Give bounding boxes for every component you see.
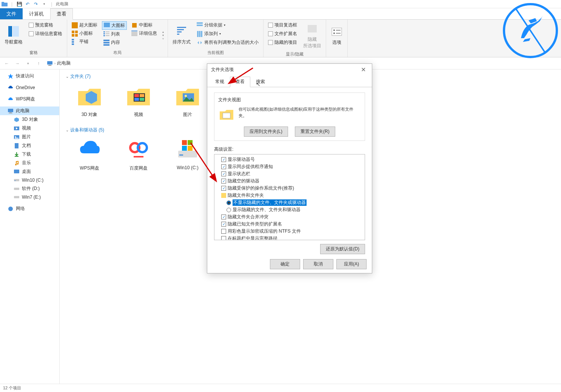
tree-item[interactable]: 用彩色显示加密或压缩的 NTFS 文件 (216, 228, 363, 235)
folder-3d-objects[interactable]: 3D 对象 (72, 83, 106, 118)
options-button[interactable]: 选项 (329, 21, 344, 50)
sidebar-videos[interactable]: 视频 (0, 124, 59, 133)
add-columns-button[interactable]: 添加列 ▾ (195, 30, 260, 38)
sidebar-desktop[interactable]: 桌面 (0, 167, 59, 176)
breadcrumb-location[interactable]: 此电脑 (57, 60, 71, 66)
up-button[interactable]: ↑ (34, 59, 43, 68)
details-pane-button[interactable]: 详细信息窗格 (27, 30, 64, 38)
save-icon[interactable]: 💾 (16, 1, 22, 7)
sort-button[interactable]: 排序方式 (171, 21, 192, 49)
svg-rect-19 (103, 40, 109, 41)
svg-rect-42 (336, 33, 341, 34)
tree-item[interactable]: 在标题栏中显示完整路径 (216, 235, 363, 240)
pane-group-label: 窗格 (3, 50, 64, 56)
folder-pictures[interactable]: 图片 (171, 83, 205, 118)
svg-rect-15 (103, 35, 105, 36)
sidebar-onedrive[interactable]: OneDrive (0, 83, 59, 92)
redo-icon[interactable]: ↷ (33, 1, 39, 7)
svg-rect-54 (14, 179, 19, 181)
svg-rect-6 (75, 31, 78, 33)
tree-radio-show-hidden[interactable]: 显示隐藏的文件、文件夹和驱动器 (216, 206, 363, 213)
fit-columns-button[interactable]: 将所有列调整为合适的大小 (195, 39, 260, 46)
sidebar-quick-access[interactable]: 快速访问 (0, 72, 59, 80)
drive-c[interactable]: Win10 (C:) (171, 136, 205, 171)
tree-item[interactable]: ✓隐藏空的驱动器 (216, 177, 363, 185)
sidebar-downloads[interactable]: 下载 (0, 150, 59, 159)
tree-item[interactable]: ✓显示同步提供程序通知 (216, 163, 363, 170)
view-md-button[interactable]: 中图标 (130, 21, 159, 29)
history-dropdown[interactable]: ▾ (23, 59, 32, 68)
tree-folder-hidden[interactable]: 隐藏文件和文件夹 (216, 192, 363, 199)
sidebar-drive-c[interactable]: Win10 (C:) (0, 176, 59, 184)
status-bar: 12 个项目 (0, 384, 561, 392)
close-icon[interactable]: ✕ (359, 66, 368, 73)
sidebar-documents[interactable]: 文档 (0, 141, 59, 150)
tree-item[interactable]: ✓显示状态栏 (216, 170, 363, 177)
sidebar-this-pc[interactable]: 此电脑 (0, 106, 59, 115)
tab-view[interactable]: 查看 (50, 8, 73, 20)
ok-button[interactable]: 确定 (270, 259, 300, 269)
svg-rect-7 (72, 34, 74, 37)
svg-rect-76 (223, 113, 230, 118)
svg-rect-26 (131, 34, 137, 35)
view-xl-button[interactable]: 超大图标 (70, 21, 99, 29)
tree-item[interactable]: ✓隐藏文件夹合并冲突 (216, 213, 363, 221)
undo-icon[interactable]: ↶ (25, 1, 31, 7)
nav-pane-button[interactable]: 导航窗格 (3, 21, 24, 49)
drive-baidu[interactable]: 百度网盘 (122, 136, 156, 171)
svg-rect-28 (177, 27, 186, 28)
sidebar-music[interactable]: 音乐 (0, 159, 59, 167)
svg-rect-45 (48, 65, 52, 66)
drive-wps[interactable]: WPS网盘 (72, 136, 106, 171)
view-details-button[interactable]: 详细信息 (130, 29, 159, 37)
restore-defaults-button[interactable]: 还原为默认值(D) (320, 244, 365, 254)
cancel-button[interactable]: 取消 (303, 259, 333, 269)
sidebar-wps[interactable]: WPS网盘 (0, 95, 59, 103)
group-by-button[interactable]: 分组依据 ▾ (195, 21, 260, 29)
tree-item[interactable]: ✓显示驱动器号 (216, 156, 363, 163)
hide-selected-button[interactable]: 隐藏 所选项目 (302, 21, 323, 51)
tree-item[interactable]: ✓隐藏受保护的操作系统文件(推荐) (216, 185, 363, 192)
back-button[interactable]: ← (2, 59, 11, 68)
sidebar-drive-e[interactable]: Win7 (E:) (0, 193, 59, 201)
sidebar-network[interactable]: 网络 (0, 204, 59, 213)
view-tiles-button[interactable]: 平铺 (70, 38, 99, 46)
svg-rect-34 (197, 31, 199, 37)
view-content-button[interactable]: 内容 (102, 39, 127, 46)
svg-point-65 (185, 95, 187, 97)
current-view-group-label: 当前视图 (171, 50, 260, 56)
hidden-items-toggle[interactable]: 隐藏的项目 (267, 39, 299, 46)
apply-to-folders-button[interactable]: 应用到文件夹(L) (244, 127, 288, 137)
view-sm-button[interactable]: 小图标 (70, 29, 99, 37)
dialog-tab-general[interactable]: 常规 (210, 77, 230, 87)
dialog-title: 文件夹选项 (211, 66, 234, 73)
folder-videos[interactable]: 视频 (122, 83, 156, 118)
apply-button[interactable]: 应用(A) (336, 259, 367, 269)
svg-rect-12 (104, 23, 110, 27)
tab-computer[interactable]: 计算机 (23, 8, 50, 19)
file-ext-toggle[interactable]: 文件扩展名 (267, 30, 299, 38)
view-lg-button[interactable]: 大图标 (102, 21, 127, 30)
svg-rect-27 (131, 35, 137, 36)
forward-button[interactable]: → (13, 59, 22, 68)
preview-pane-button[interactable]: 预览窗格 (27, 21, 64, 29)
tree-item[interactable]: ✓隐藏已知文件类型的扩展名 (216, 221, 363, 228)
sidebar-drive-d[interactable]: 软件 (D:) (0, 184, 59, 193)
folder-view-label: 文件夹视图 (218, 97, 361, 103)
hide-selected-label: 隐藏 所选项目 (303, 36, 321, 49)
view-list-button[interactable]: 列表 (102, 30, 127, 38)
svg-rect-30 (177, 31, 182, 32)
checkbox-toggle[interactable]: 项目复选框 (267, 21, 299, 29)
dialog-tab-view[interactable]: 查看 (230, 77, 250, 87)
svg-rect-2 (8, 26, 12, 37)
tree-radio-dont-show-hidden[interactable]: 不显示隐藏的文件、文件夹或驱动器 (216, 199, 363, 206)
dropdown-icon[interactable]: ▾ (41, 1, 47, 7)
tab-file[interactable]: 文件 (0, 8, 23, 19)
sidebar-3d-objects[interactable]: 3D 对象 (0, 115, 59, 124)
advanced-settings-tree[interactable]: ✓显示驱动器号 ✓显示同步提供程序通知 ✓显示状态栏 ✓隐藏空的驱动器 ✓隐藏受… (214, 154, 365, 240)
svg-point-58 (8, 207, 13, 211)
sidebar-pictures[interactable]: 图片 (0, 133, 59, 141)
layout-group-label: 布局 (70, 50, 165, 56)
dialog-tab-search[interactable]: 搜索 (250, 77, 271, 87)
reset-folders-button[interactable]: 重置文件夹(R) (295, 127, 335, 137)
